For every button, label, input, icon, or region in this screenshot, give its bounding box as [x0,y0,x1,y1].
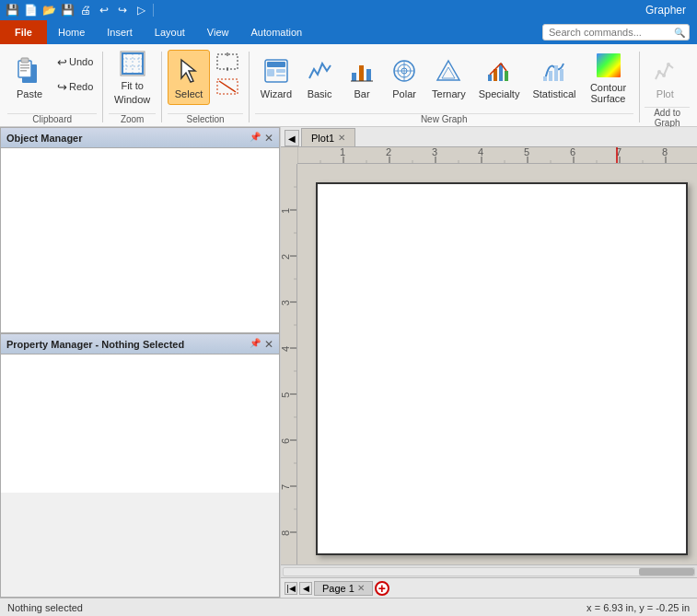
svg-marker-33 [437,61,459,80]
svg-rect-4 [20,67,29,69]
search-icon: 🔍 [674,28,685,38]
page1-tab-close[interactable]: ✕ [357,583,365,593]
property-manager-title: Property Manager - Nothing Selected [6,339,184,350]
print-button[interactable]: 🖨 [77,2,94,18]
select-qa-button[interactable]: ▷ [133,2,149,18]
page-nav-first[interactable]: |◀ [285,582,297,595]
bar-icon [347,56,377,86]
tab-nav-left[interactable]: ◀ [285,130,299,146]
property-manager-pin[interactable]: 📌 [250,338,261,351]
save2-button[interactable]: 💾 [59,2,76,18]
left-panels: Object Manager 📌 ✕ Property Manager - No… [0,127,281,598]
object-manager-content [1,148,279,332]
object-manager-close[interactable]: ✕ [264,132,273,145]
svg-rect-1 [18,61,31,77]
wizard-button[interactable]: Wizard [255,50,297,105]
divider1 [102,52,103,122]
scrollbar-track[interactable] [283,567,695,576]
undo-qa-button[interactable]: ↩ [96,2,112,18]
svg-rect-40 [549,71,552,81]
save-button[interactable]: 💾 [4,2,20,18]
new-graph-label: New Graph [255,113,633,126]
contour-surface-icon [594,52,623,79]
svg-rect-26 [366,69,371,81]
specialty-button[interactable]: Specialty [473,50,526,105]
deselect-button[interactable] [212,75,243,99]
select-label: Select [175,88,203,99]
svg-text:6: 6 [570,147,575,157]
selection-tools-col [212,50,243,99]
open-button[interactable]: 📂 [41,2,57,18]
selection-body: Select [168,50,243,111]
property-manager-close[interactable]: ✕ [264,338,273,351]
fit-to-window-button[interactable]: Fit to Window [109,50,156,105]
select-region-button[interactable] [212,50,243,74]
svg-rect-14 [217,54,238,69]
canvas-content[interactable] [297,164,697,564]
object-manager-panel: Object Manager 📌 ✕ [0,127,280,333]
undo-button[interactable]: ↩ Undo [53,50,97,74]
home-menu[interactable]: Home [47,20,96,44]
quick-access-toolbar: 💾 📄 📂 💾 🖨 ↩ ↪ ▷ Grapher [0,0,697,20]
plot-body: Plot [645,50,690,105]
paste-button[interactable]: Paste [7,50,52,105]
page-tabs-bar: |◀ ◀ Page 1 ✕ + [281,577,697,598]
scrollbar-thumb[interactable] [639,568,694,575]
svg-text:3: 3 [281,300,291,306]
svg-text:8: 8 [281,530,291,536]
plot-icon [650,56,680,86]
object-manager-pin[interactable]: 📌 [250,132,261,145]
svg-rect-25 [359,65,364,81]
polar-label: Polar [392,88,416,99]
divider4 [639,52,640,122]
clipboard-label: Clipboard [7,113,97,126]
basic-button[interactable]: Basic [299,50,340,105]
statistical-button[interactable]: Statistical [527,50,581,105]
automation-menu[interactable]: Automation [240,20,314,44]
select-button[interactable]: Select [168,50,210,105]
view-menu[interactable]: View [196,20,240,44]
search-input[interactable] [542,24,690,41]
ribbon: Paste ↩ Undo ↪ Redo Clipboard [0,44,697,127]
plot-button[interactable]: Plot [645,50,685,105]
svg-rect-39 [543,76,547,81]
redo-icon: ↪ [57,80,67,94]
layout-menu[interactable]: Layout [144,20,196,44]
redo-label: Redo [69,81,93,92]
page1-tab-label: Page 1 [322,583,354,594]
page1-tab[interactable]: Page 1 ✕ [314,581,373,596]
svg-rect-42 [560,69,563,81]
statistical-icon [540,56,569,86]
redo-qa-button[interactable]: ↪ [114,2,131,18]
specialty-icon [484,56,514,86]
insert-menu[interactable]: Insert [96,20,144,44]
add-page-button[interactable]: + [375,581,389,596]
redo-button[interactable]: ↪ Redo [53,75,97,99]
property-manager-icons: 📌 ✕ [250,338,273,351]
select-icon [174,56,203,86]
plot1-tab-label: Plot1 [311,133,334,144]
canvas-main-row: 1 2 3 4 5 6 7 8 [281,164,697,564]
ternary-button[interactable]: Ternary [426,50,471,105]
wizard-icon [261,56,291,86]
add-to-graph-group: Plot Add to Graph [641,48,693,126]
horizontal-scrollbar[interactable] [281,564,697,577]
basic-icon [305,56,334,86]
divider3 [249,52,250,122]
plot1-tab[interactable]: Plot1 ✕ [301,128,355,146]
bar-button[interactable]: Bar [342,50,382,105]
plot1-tab-close[interactable]: ✕ [338,133,345,143]
svg-text:3: 3 [432,147,437,157]
file-menu[interactable]: File [0,20,47,44]
new-button[interactable]: 📄 [22,2,39,18]
svg-line-18 [219,81,236,92]
page-nav-prev[interactable]: ◀ [299,582,312,595]
divider2 [161,52,162,122]
contour-surface-button[interactable]: Contour Surface [584,50,633,105]
polar-button[interactable]: Polar [384,50,424,105]
svg-rect-21 [267,69,274,76]
search-wrap: 🔍 [542,24,690,41]
undo-redo-col: ↩ Undo ↪ Redo [53,50,97,99]
paste-label: Paste [17,88,42,99]
canvas-page [316,182,688,555]
